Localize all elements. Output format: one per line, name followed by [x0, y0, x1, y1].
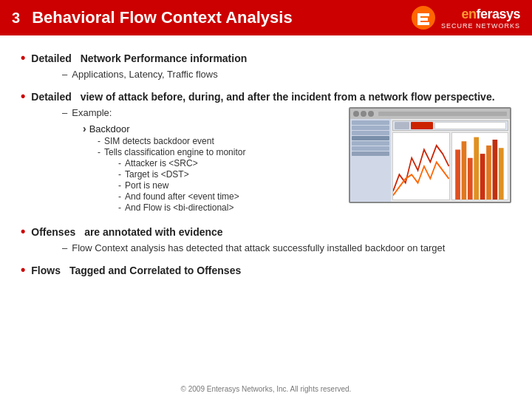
bullet4-text: • Flows Tagged and Correlated to Offense…: [21, 262, 511, 278]
ss-titlebar: [350, 109, 510, 119]
bullet1-sub: Applications, Latency, Traffic flows: [41, 69, 511, 80]
bullet1-text: • Detailed Network Performance informati…: [21, 50, 511, 66]
ss-titlebar-text: [378, 112, 507, 116]
bullet2-rest: view of attack before, during, and after…: [81, 91, 495, 103]
bullet1-bold: Detailed: [31, 52, 71, 64]
backdoor-item-1: Tells classification engine to monitor: [98, 147, 341, 157]
bullet4-dot: •: [21, 262, 25, 278]
bullet2-text: • Detailed view of attack before, during…: [21, 89, 511, 104]
ss-sidebar-item-3: [352, 131, 389, 135]
backdoor-item-3: Target is <DST>: [118, 169, 341, 180]
backdoor-item-5: And found after <event time>: [118, 191, 341, 202]
ss-sidebar-item-7: [352, 151, 389, 156]
bullet2-bold: Detailed: [31, 91, 71, 103]
svg-rect-9: [492, 140, 497, 200]
svg-rect-4: [461, 141, 466, 200]
slide-footer: © 2009 Enterasys Networks, Inc. All righ…: [0, 385, 532, 393]
ss-main: [391, 119, 510, 202]
ss-btn-close: [353, 111, 359, 117]
ss-btn-min: [361, 111, 366, 117]
ss-btn-max: [368, 111, 374, 117]
svg-rect-3: [455, 150, 460, 200]
ss-sidebar-item-4: [352, 136, 389, 140]
ss-sidebar-item-1: [352, 120, 389, 125]
ss-chart1: [392, 132, 450, 200]
ss-toolbar: [392, 120, 508, 131]
bullet4-bold: Flows: [31, 265, 61, 276]
svg-rect-8: [486, 146, 491, 200]
bullet1-rest: Network Performance information: [81, 52, 248, 64]
ss-charts-row: [392, 132, 508, 200]
backdoor-item-0: SIM detects backdoor event: [98, 136, 341, 146]
section-bullet2: • Detailed view of attack before, during…: [21, 89, 511, 219]
backdoor-item-4: Port is new: [118, 180, 341, 191]
slide-header: 3 Behavioral Flow Context Analysis enfer…: [0, 0, 532, 35]
ss-sidebar: [350, 119, 391, 202]
backdoor-item-6: And Flow is <bi-directional>: [118, 202, 341, 213]
example-text-block: Example: Backdoor SIM detects backdoor e…: [41, 107, 341, 214]
backdoor-items: SIM detects backdoor event Tells classif…: [98, 136, 341, 213]
ss-content: [350, 119, 510, 202]
svg-rect-10: [498, 148, 503, 200]
logo-container: enferasys Secure Networks: [410, 4, 520, 31]
bullet3-text: • Offenses are annotated with evidence: [21, 224, 511, 239]
ss-toolbar-btn1: [395, 122, 409, 129]
svg-rect-1: [393, 133, 449, 200]
svg-rect-5: [467, 158, 472, 200]
bullet1-sub1: Applications, Latency, Traffic flows: [62, 69, 511, 80]
ss-sidebar-item-5: [352, 141, 389, 146]
ss-toolbar-search: [434, 122, 506, 129]
backdoor-item-2: Attacker is <SRC>: [118, 158, 341, 168]
section-bullet3: • Offenses are annotated with evidence F…: [21, 224, 511, 258]
bullet3-sub1: Flow Context analysis has detected that …: [62, 242, 511, 253]
bullet3-dot: •: [21, 224, 25, 239]
slide-title: Behavioral Flow Context Analysis: [32, 8, 410, 27]
bullet3-bold: Offenses: [31, 226, 75, 238]
logo-name: enferasys: [461, 7, 520, 22]
footer-text: © 2009 Enterasys Networks, Inc. All righ…: [181, 385, 352, 393]
example-section: Example: Backdoor SIM detects backdoor e…: [41, 107, 511, 214]
slide-content: • Detailed Network Performance informati…: [0, 35, 532, 293]
bullet2-dot: •: [21, 89, 25, 104]
ss-chart1-svg: [393, 133, 449, 200]
logo-tagline: Secure Networks: [441, 22, 520, 30]
backdoor-sub-items: Attacker is <SRC> Target is <DST> Port i…: [118, 158, 341, 213]
svg-rect-7: [480, 154, 485, 200]
slide-number: 3: [12, 10, 20, 27]
screenshot-inner: [350, 109, 510, 202]
svg-rect-6: [474, 137, 479, 200]
backdoor-section: Backdoor SIM detects backdoor event Tell…: [62, 123, 341, 213]
ss-chart2: [451, 132, 509, 200]
backdoor-label: Backdoor: [83, 123, 341, 134]
bullet3-rest: are annotated with evidence: [84, 226, 223, 238]
example-label: Example:: [62, 107, 341, 118]
ss-sidebar-item-6: [352, 146, 389, 151]
bullet3-sub: Flow Context analysis has detected that …: [41, 242, 511, 253]
ss-sidebar-item-2: [352, 126, 389, 130]
screenshot-visualization: [349, 107, 511, 203]
bullet4-rest: Tagged and Correlated to Offenses: [69, 265, 241, 276]
enterasys-logo-icon: [410, 4, 437, 31]
logo-text-block: enferasys Secure Networks: [441, 7, 520, 30]
ss-toolbar-btn2: [411, 122, 433, 129]
bullet1-dot: •: [21, 50, 25, 66]
section-bullet4: • Flows Tagged and Correlated to Offense…: [21, 262, 511, 281]
section-bullet1: • Detailed Network Performance informati…: [21, 50, 511, 84]
ss-chart2-svg: [452, 133, 508, 200]
